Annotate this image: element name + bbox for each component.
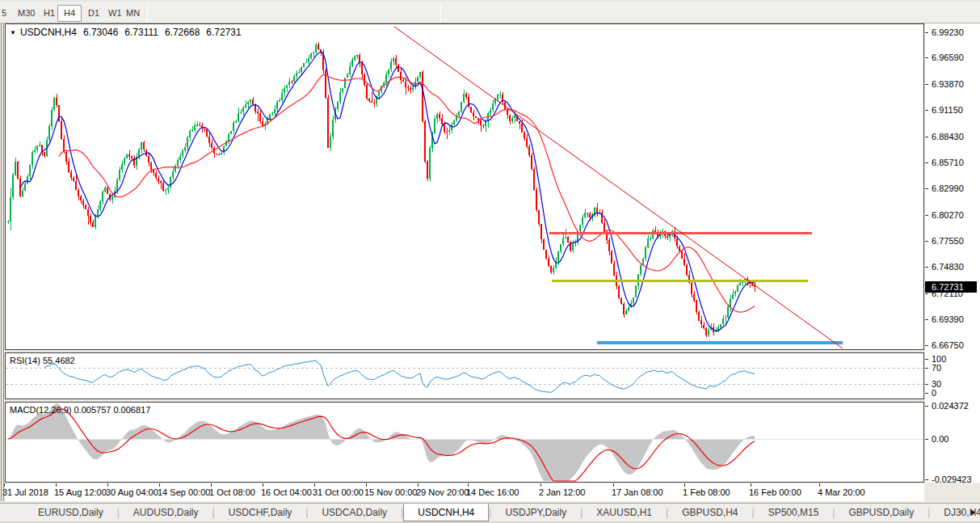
tab-audusd-daily[interactable]: AUDUSD,Daily <box>120 504 212 521</box>
candle-body <box>313 53 314 54</box>
price-axis-label: 6.69390 <box>932 314 964 324</box>
candle-body <box>281 93 283 100</box>
candle-body <box>269 114 271 119</box>
time-axis-tick <box>819 483 820 487</box>
candle-body <box>698 312 700 320</box>
time-axis-label: 15 Nov 00:00 <box>364 487 417 497</box>
candle-body <box>582 217 583 225</box>
candle-body <box>531 155 532 169</box>
tab-sp500-m15[interactable]: SP500,M15 <box>755 504 833 521</box>
candle-body <box>56 98 57 105</box>
candle-body <box>635 285 637 297</box>
candle-body <box>160 181 162 183</box>
tab-eurusd-daily[interactable]: EURUSD,Daily <box>24 504 117 521</box>
macd-panel[interactable]: MACD(12,26,9) 0.005757 0.006817 <box>5 402 924 483</box>
candle-body <box>39 145 40 146</box>
candle-body <box>293 76 295 82</box>
candle-body <box>29 165 31 176</box>
macd-axis-label-tick <box>925 406 928 407</box>
timeframe-h4[interactable]: H4 <box>57 5 82 22</box>
time-axis-label: 31 Jul 2018 <box>2 487 48 497</box>
tab-xauusd-h1[interactable]: XAUUSD,H1 <box>583 504 666 521</box>
candle-body <box>15 162 16 175</box>
mt4-window: 5M30H1H4D1W1MN ▼USDCNH,H46.730466.731116… <box>0 0 980 523</box>
candle-body <box>492 103 494 110</box>
time-axis[interactable]: 31 Jul 201815 Aug 12:0030 Aug 04:0014 Se… <box>5 483 924 501</box>
candle-body <box>361 62 363 74</box>
candle-body <box>625 310 627 314</box>
candle-body <box>242 108 244 112</box>
candle-body <box>528 146 530 155</box>
candle-body <box>102 192 103 201</box>
candle-body <box>165 190 166 191</box>
time-axis-tick <box>684 483 685 487</box>
candle-body <box>453 120 455 124</box>
tab-scroll-right-icon[interactable] <box>971 509 975 516</box>
candle-body <box>170 177 171 188</box>
candle-body <box>158 179 159 182</box>
time-axis-tick <box>263 483 263 487</box>
candle-body <box>305 62 307 63</box>
candle-body <box>342 88 343 93</box>
candlestick-chart-canvas[interactable] <box>6 24 923 349</box>
candle-body <box>286 85 288 88</box>
candle-body <box>128 154 130 158</box>
tab-scroll-left-icon[interactable] <box>959 509 963 516</box>
chart-dropdown-icon[interactable]: ▼ <box>10 29 16 36</box>
candle-wick <box>575 239 576 246</box>
candle-body <box>138 150 140 157</box>
rsi-axis-label: 70 <box>932 363 941 373</box>
macd-value-main: 0.005757 <box>74 405 111 415</box>
tab-usdcnh-h4[interactable]: USDCNH,H4 <box>403 504 489 521</box>
ohlc-low: 6.72668 <box>165 27 200 38</box>
time-axis-tick <box>159 483 160 487</box>
time-axis-label: 1 Feb 08:00 <box>683 487 730 497</box>
tab-usdchf-daily[interactable]: USDCHF,Daily <box>215 504 306 521</box>
rsi-panel[interactable]: RSI(14) 55.4682 <box>5 352 924 399</box>
tab-usdjpy-daily[interactable]: USDJPY,Daily <box>491 504 580 521</box>
candle-body <box>521 124 523 133</box>
ohlc-close: 6.72731 <box>206 27 241 38</box>
tab-gbpusd-daily[interactable]: GBPUSD,Daily <box>835 504 927 521</box>
candle-body <box>439 114 440 118</box>
tab-scroll-arrows <box>959 504 975 521</box>
candle-body <box>347 74 348 78</box>
main-chart-panel[interactable]: ▼USDCNH,H46.730466.731116.726686.72731 <box>5 23 924 350</box>
candle-body <box>533 169 535 191</box>
tab-gbpusd-h4[interactable]: GBPUSD,H4 <box>668 504 751 521</box>
candle-body <box>397 65 399 72</box>
candle-wick <box>241 109 242 114</box>
macd-axis-label: 0.00 <box>932 434 948 444</box>
tab-usdcad-daily[interactable]: USDCAD,Daily <box>308 504 401 521</box>
candle-body <box>349 66 351 74</box>
candle-body <box>36 146 38 150</box>
candle-body <box>359 55 360 62</box>
candle-body <box>354 57 355 59</box>
candle-body <box>557 251 559 261</box>
candle-body <box>153 170 154 173</box>
descending-trendline[interactable] <box>394 27 843 348</box>
time-axis-tick <box>468 483 469 487</box>
candle-body <box>53 98 55 110</box>
candle-body <box>446 132 448 133</box>
candle-body <box>681 251 683 259</box>
candle-body <box>441 118 443 124</box>
candle-body <box>63 139 65 152</box>
price-axis-label-tick <box>925 84 928 85</box>
timeframe-mn[interactable]: MN <box>120 5 146 22</box>
rsi-label: RSI(14) 55.4682 <box>10 356 75 365</box>
ma-fast-line <box>20 52 755 331</box>
price-axis-label: 6.74830 <box>932 262 964 272</box>
candle-body <box>111 197 113 200</box>
candle-body <box>584 213 586 217</box>
candle-body <box>511 118 513 121</box>
candle-body <box>567 237 569 243</box>
candle-body <box>465 94 467 97</box>
candle-body <box>162 183 164 191</box>
candle-body <box>339 92 341 101</box>
candle-body <box>436 114 438 120</box>
candle-body <box>233 123 234 131</box>
candle-body <box>412 87 414 90</box>
price-axis[interactable]: 6.72731 6.992306.965906.938706.911506.88… <box>925 23 980 483</box>
candle-body <box>686 265 688 275</box>
